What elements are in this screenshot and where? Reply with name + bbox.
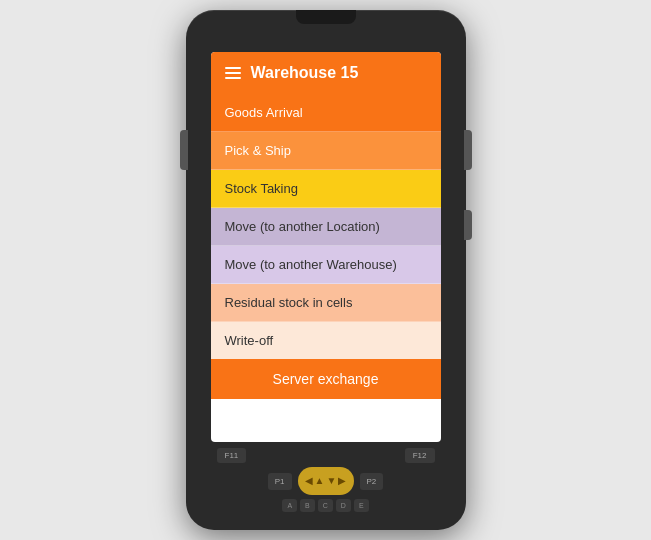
side-button-right-2[interactable] (464, 210, 472, 240)
side-button-right[interactable] (464, 130, 472, 170)
key-a[interactable]: A (282, 499, 297, 512)
handheld-device: Warehouse 15 Goods Arrival Pick & Ship S… (186, 10, 466, 530)
menu-item-stock-taking[interactable]: Stock Taking (211, 170, 441, 208)
p2-button[interactable]: P2 (360, 473, 384, 490)
device-top-bump (296, 10, 356, 24)
dpad-left-icon: ◀ (305, 476, 313, 486)
device-bottom: F11 F12 P1 ◀ ▲ ▼ ▶ P2 A B C D E (211, 442, 441, 516)
dpad-right-icon: ▶ (338, 476, 346, 486)
f12-button[interactable]: F12 (405, 448, 435, 463)
server-exchange-button[interactable]: Server exchange (211, 359, 441, 399)
fn-row: F11 F12 (211, 448, 441, 463)
menu-icon[interactable] (225, 67, 241, 79)
screen-title: Warehouse 15 (251, 64, 359, 82)
p1-button[interactable]: P1 (268, 473, 292, 490)
dpad-down-icon: ▼ (327, 476, 337, 486)
nav-row: P1 ◀ ▲ ▼ ▶ P2 (211, 467, 441, 495)
menu-item-move-warehouse[interactable]: Move (to another Warehouse) (211, 246, 441, 284)
menu-item-residual-stock[interactable]: Residual stock in cells (211, 284, 441, 322)
key-d[interactable]: D (336, 499, 351, 512)
f11-button[interactable]: F11 (217, 448, 247, 463)
key-e[interactable]: E (354, 499, 369, 512)
dpad-up-icon: ▲ (315, 476, 325, 486)
side-button-left[interactable] (180, 130, 188, 170)
device-top (186, 10, 466, 48)
menu-list: Goods Arrival Pick & Ship Stock Taking M… (211, 94, 441, 359)
menu-item-write-off[interactable]: Write-off (211, 322, 441, 359)
screen-header: Warehouse 15 (211, 52, 441, 94)
dpad[interactable]: ◀ ▲ ▼ ▶ (298, 467, 354, 495)
key-c[interactable]: C (318, 499, 333, 512)
key-b[interactable]: B (300, 499, 315, 512)
alpha-row: A B C D E (282, 499, 368, 512)
menu-item-pick-ship[interactable]: Pick & Ship (211, 132, 441, 170)
menu-item-move-location[interactable]: Move (to another Location) (211, 208, 441, 246)
menu-item-goods-arrival[interactable]: Goods Arrival (211, 94, 441, 132)
device-screen: Warehouse 15 Goods Arrival Pick & Ship S… (211, 52, 441, 442)
